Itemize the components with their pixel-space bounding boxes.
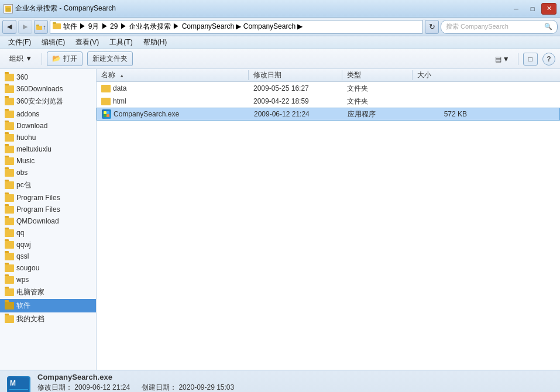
file-cell-date: 2009-04-22 18:59 <box>249 97 342 105</box>
sidebar-item-qq[interactable]: qq <box>0 227 96 239</box>
file-cell-size: 572 KB <box>413 110 472 118</box>
col-header-size[interactable]: 大小 <box>413 70 471 80</box>
folder-icon <box>5 302 14 310</box>
folder-icon <box>5 315 14 323</box>
maximize-button[interactable]: □ <box>525 3 540 15</box>
status-filename: CompanySearch.exe <box>37 373 234 381</box>
sidebar-item-qssl[interactable]: qssl <box>0 250 96 262</box>
sidebar-item-sougou[interactable]: sougou <box>0 262 96 274</box>
help-button[interactable]: ? <box>542 53 555 66</box>
file-cell-type: 文件夹 <box>342 84 413 94</box>
svg-rect-1 <box>6 8 11 12</box>
status-text: CompanySearch.exe 修改日期： 2009-06-12 21:24… <box>37 373 234 392</box>
col-header-type[interactable]: 类型 <box>342 70 413 80</box>
new-folder-button[interactable]: 新建文件夹 <box>87 51 133 66</box>
folder-icon <box>5 229 14 237</box>
window-title: 企业名录搜索 - CompanySearch <box>15 4 116 13</box>
svg-rect-9 <box>106 114 109 117</box>
file-cell-type: 文件夹 <box>342 97 413 106</box>
folder-icon <box>5 264 14 272</box>
sidebar-item-addons[interactable]: addons <box>0 108 96 120</box>
refresh-button[interactable]: ↻ <box>425 20 439 34</box>
up-button[interactable]: ↑ <box>34 20 48 34</box>
file-cell-name: html <box>97 97 249 105</box>
menu-help[interactable]: 帮助(H) <box>139 36 172 49</box>
sidebar-item-qmdownload[interactable]: QMDownload <box>0 215 96 227</box>
file-cell-type: 应用程序 <box>343 109 413 119</box>
folder-icon <box>5 288 14 296</box>
sidebar-item-huohu[interactable]: huohu <box>0 132 96 143</box>
search-placeholder: 搜索 CompanySearch <box>446 22 509 31</box>
sidebar-item-pcmanager[interactable]: 电脑管家 <box>0 286 96 299</box>
sidebar-item-wps[interactable]: wps <box>0 274 96 286</box>
status-meta: 修改日期： 2009-06-12 21:24 创建日期： 2020-09-29 … <box>37 383 234 392</box>
sidebar-item-download[interactable]: Download <box>0 120 96 132</box>
folder-icon <box>5 241 14 249</box>
sidebar-item-meituxiuxiu[interactable]: meituxiuxiu <box>0 143 96 155</box>
svg-rect-7 <box>106 111 109 114</box>
close-button[interactable]: ✕ <box>541 3 556 15</box>
col-header-name[interactable]: 名称 ▲ <box>97 70 249 80</box>
status-modified: 修改日期： 2009-06-12 21:24 <box>37 383 130 392</box>
sidebar-item-360downloads[interactable]: 360Downloads <box>0 83 96 95</box>
sidebar-item-music[interactable]: Music <box>0 155 96 167</box>
file-list: data 2009-05-25 16:27 文件夹 html <box>97 82 560 370</box>
menu-view[interactable]: 查看(V) <box>71 36 104 49</box>
organize-button[interactable]: 组织 ▼ <box>5 52 37 66</box>
folder-icon <box>5 194 14 202</box>
breadcrumb-folder-icon <box>53 22 61 31</box>
panel-button[interactable]: □ <box>523 53 538 66</box>
sidebar: 360 360Downloads 360安全浏览器 addons Downloa… <box>0 69 97 370</box>
folder-icon <box>5 218 14 225</box>
toolbar-separator-2 <box>518 53 518 65</box>
search-icon: 🔍 <box>544 23 552 30</box>
menu-edit[interactable]: 编辑(E) <box>37 36 70 49</box>
open-button[interactable]: 📂 打开 <box>47 51 82 66</box>
table-row[interactable]: CompanySearch.exe 2009-06-12 21:24 应用程序 … <box>97 108 560 121</box>
folder-icon <box>101 98 111 105</box>
sidebar-item-qqwj[interactable]: qqwj <box>0 239 96 250</box>
sidebar-item-360[interactable]: 360 <box>0 71 96 83</box>
back-button[interactable]: ◀ <box>2 20 16 34</box>
minimize-button[interactable]: ─ <box>509 3 524 15</box>
file-cell-date: 2009-06-12 21:24 <box>249 110 343 118</box>
folder-icon <box>5 134 14 142</box>
folder-icon <box>5 98 14 105</box>
folder-icon <box>5 206 14 214</box>
sidebar-item-pc[interactable]: pc包 <box>0 178 96 192</box>
table-row[interactable]: html 2009-04-22 18:59 文件夹 <box>97 95 560 108</box>
svg-rect-12 <box>9 389 28 390</box>
title-bar: 企业名录搜索 - CompanySearch ─ □ ✕ <box>0 0 560 18</box>
breadcrumb[interactable]: 软件 ▶ 9月 ▶ 29 ▶ 企业名录搜索 ▶ CompanySearch ▶ … <box>50 20 423 34</box>
menu-file[interactable]: 文件(F) <box>4 36 36 49</box>
forward-button[interactable]: ▶ <box>18 20 32 34</box>
sidebar-item-mydocuments[interactable]: 我的文档 <box>0 312 96 326</box>
toolbar: 组织 ▼ 📂 打开 新建文件夹 ▤ ▼ □ ? <box>0 49 560 69</box>
file-cell-name: data <box>97 84 249 92</box>
menu-bar: 文件(F) 编辑(E) 查看(V) 工具(T) 帮助(H) <box>0 36 560 49</box>
folder-icon <box>5 146 14 153</box>
col-header-date[interactable]: 修改日期 <box>249 70 342 80</box>
menu-tools[interactable]: 工具(T) <box>105 36 137 49</box>
svg-rect-5 <box>53 22 56 24</box>
svg-rect-4 <box>53 23 61 29</box>
folder-icon <box>5 122 14 130</box>
sidebar-item-obs[interactable]: obs <box>0 167 96 178</box>
sidebar-item-360browser[interactable]: 360安全浏览器 <box>0 95 96 108</box>
sidebar-item-programfiles1[interactable]: Program Files <box>0 192 96 204</box>
address-bar: ◀ ▶ ↑ 软件 ▶ 9月 ▶ 29 ▶ 企业名录搜索 ▶ CompanySea… <box>0 18 560 36</box>
sidebar-item-programfiles2[interactable]: Program Files <box>0 204 96 215</box>
column-header: 名称 ▲ 修改日期 类型 大小 <box>97 69 560 82</box>
folder-icon <box>5 253 14 260</box>
svg-rect-6 <box>104 111 106 114</box>
title-bar-left: 企业名录搜索 - CompanySearch <box>4 4 116 13</box>
view-dropdown-icon: ▼ <box>503 55 510 63</box>
folder-icon <box>5 169 14 177</box>
search-bar[interactable]: 搜索 CompanySearch 🔍 <box>441 20 558 34</box>
folder-icon <box>101 85 111 92</box>
breadcrumb-text: 软件 ▶ 9月 ▶ 29 ▶ 企业名录搜索 ▶ CompanySearch ▶ … <box>63 22 303 32</box>
table-row[interactable]: data 2009-05-25 16:27 文件夹 <box>97 82 560 95</box>
sidebar-item-software[interactable]: 软件 <box>0 299 96 312</box>
status-file-icon: M FC <box>7 376 30 393</box>
view-toggle-button[interactable]: ▤ ▼ <box>492 53 513 65</box>
